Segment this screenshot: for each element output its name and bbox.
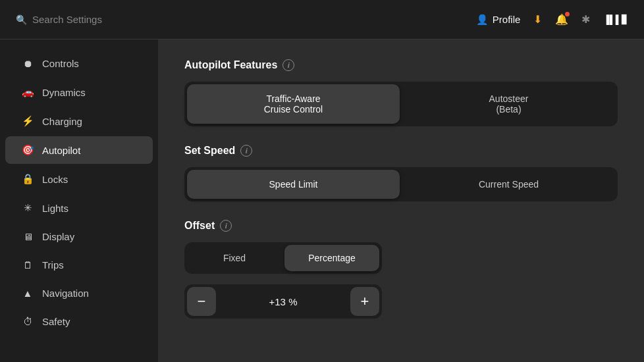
set-speed-label: Set Speed (184, 145, 235, 157)
sidebar-item-lights[interactable]: ✳ Lights (5, 194, 153, 222)
set-speed-limit[interactable]: Speed Limit (187, 170, 400, 199)
dynamics-icon: 🚗 (21, 86, 34, 98)
sidebar-label-controls: Controls (42, 58, 79, 69)
locks-icon: 🔒 (21, 173, 34, 185)
profile-label: Profile (493, 14, 521, 25)
main-layout: ⏺ Controls 🚗 Dynamics ⚡ Charging 🎯 Autop… (0, 39, 644, 362)
sidebar-label-charging: Charging (42, 116, 82, 127)
sidebar-item-charging[interactable]: ⚡ Charging (5, 107, 153, 135)
sidebar-item-controls[interactable]: ⏺ Controls (5, 50, 153, 77)
bell-icon[interactable]: 🔔 (555, 13, 568, 26)
autopilot-features-label: Autopilot Features (184, 59, 277, 71)
set-speed-title: Set Speed i (184, 145, 618, 157)
sidebar-item-locks[interactable]: 🔒 Locks (5, 165, 153, 193)
sidebar-item-navigation[interactable]: ▲ Navigation (5, 280, 153, 307)
sidebar-label-display: Display (42, 231, 74, 242)
controls-icon: ⏺ (21, 58, 34, 69)
offset-toggle-group: Fixed Percentage (184, 242, 382, 274)
sidebar-item-dynamics[interactable]: 🚗 Dynamics (5, 78, 153, 106)
stepper-plus-button[interactable]: + (350, 287, 379, 316)
sidebar: ⏺ Controls 🚗 Dynamics ⚡ Charging 🎯 Autop… (0, 39, 158, 362)
lights-icon: ✳ (21, 202, 34, 214)
sidebar-label-dynamics: Dynamics (42, 87, 86, 98)
toggle-autosteer[interactable]: Autosteer (Beta) (402, 84, 615, 124)
autopilot-features-title: Autopilot Features i (184, 59, 618, 71)
offset-stepper: − +13 % + (184, 284, 382, 319)
autopilot-info-icon[interactable]: i (282, 59, 294, 71)
stepper-value: +13 % (216, 296, 350, 307)
sidebar-label-lights: Lights (42, 203, 68, 214)
bell-dot (565, 12, 570, 16)
autopilot-toggle-group: Traffic-Aware Cruise Control Autosteer (… (184, 82, 618, 126)
signal-icon: ▐▌▌▊ (603, 14, 628, 24)
stepper-minus-button[interactable]: − (187, 287, 216, 316)
display-icon: 🖥 (21, 231, 34, 242)
sidebar-item-autopilot[interactable]: 🎯 Autopilot (5, 136, 153, 164)
sidebar-label-trips: Trips (42, 259, 64, 271)
set-current-speed[interactable]: Current Speed (402, 170, 615, 199)
search-placeholder: Search Settings (32, 14, 102, 25)
sidebar-label-safety: Safety (42, 316, 70, 327)
offset-fixed[interactable]: Fixed (187, 245, 282, 271)
search-icon: 🔍 (16, 14, 27, 25)
offset-percentage[interactable]: Percentage (284, 245, 379, 271)
trips-icon: 🗒 (21, 259, 34, 271)
header-right: 👤 Profile ⬇ 🔔 ✱ ▐▌▌▊ (476, 13, 628, 26)
bluetooth-icon[interactable]: ✱ (581, 13, 590, 26)
person-icon: 👤 (476, 14, 489, 26)
navigation-icon: ▲ (21, 288, 34, 299)
sidebar-item-safety[interactable]: ⏱ Safety (5, 308, 153, 335)
set-speed-toggle-group: Speed Limit Current Speed (184, 167, 618, 201)
charging-icon: ⚡ (21, 115, 34, 127)
offset-info-icon[interactable]: i (220, 220, 232, 232)
sidebar-label-navigation: Navigation (42, 288, 89, 299)
set-speed-info-icon[interactable]: i (240, 145, 252, 157)
sidebar-item-trips[interactable]: 🗒 Trips (5, 251, 153, 278)
search-bar[interactable]: 🔍 Search Settings (16, 14, 102, 25)
sidebar-label-autopilot: Autopilot (42, 145, 80, 156)
offset-title: Offset i (184, 220, 618, 232)
toggle-traffic-cruise[interactable]: Traffic-Aware Cruise Control (187, 84, 400, 124)
safety-icon: ⏱ (21, 316, 34, 327)
offset-label: Offset (184, 220, 215, 232)
download-icon[interactable]: ⬇ (533, 13, 542, 26)
content-area: Autopilot Features i Traffic-Aware Cruis… (158, 39, 644, 362)
sidebar-item-display[interactable]: 🖥 Display (5, 223, 153, 250)
profile-button[interactable]: 👤 Profile (476, 14, 521, 26)
autopilot-icon: 🎯 (21, 144, 34, 156)
header: 🔍 Search Settings 👤 Profile ⬇ 🔔 ✱ ▐▌▌▊ (0, 0, 644, 39)
sidebar-label-locks: Locks (42, 174, 68, 185)
